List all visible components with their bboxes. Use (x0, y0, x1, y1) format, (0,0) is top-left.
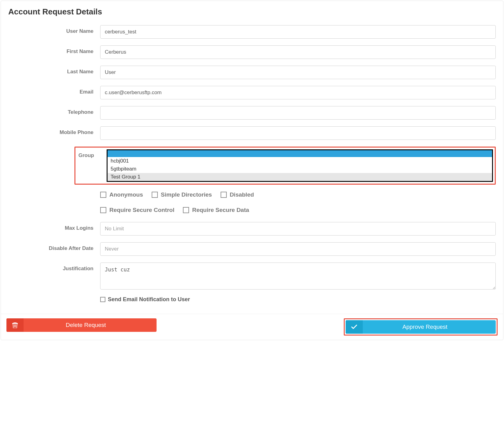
row-last-name: Last Name (8, 66, 496, 79)
group-highlight-annotation: Group hcbj001 5gtbpiteam Test Group 1 (74, 147, 496, 185)
page-title: Account Request Details (8, 7, 496, 17)
input-last-name[interactable] (100, 66, 496, 79)
checkbox-require-secure-control[interactable]: Require Secure Control (100, 207, 174, 213)
label-email: Email (8, 86, 100, 95)
group-option-hcbj001[interactable]: hcbj001 (108, 157, 492, 165)
row-user-name: User Name (8, 25, 496, 39)
label-last-name: Last Name (8, 66, 100, 75)
checkbox-disabled[interactable]: Disabled (221, 191, 254, 198)
check-icon (346, 320, 363, 334)
row-telephone: Telephone (8, 106, 496, 120)
input-max-logins[interactable] (100, 222, 496, 236)
label-max-logins: Max Logins (8, 222, 100, 231)
label-telephone: Telephone (8, 106, 100, 115)
label-disable-after-date: Disable After Date (8, 242, 100, 251)
checkbox-row-1: Anonymous Simple Directories Disabled (100, 191, 496, 198)
checkbox-require-secure-control-label: Require Secure Control (109, 207, 174, 213)
textarea-justification[interactable] (100, 263, 496, 290)
account-request-panel: Account Request Details User Name First … (1, 1, 503, 340)
checkbox-require-secure-data-label: Require Secure Data (192, 207, 249, 213)
checkbox-require-secure-data[interactable]: Require Secure Data (183, 207, 249, 213)
label-justification: Justification (8, 263, 100, 272)
checkbox-box-icon (183, 207, 189, 213)
label-mobile-phone: Mobile Phone (8, 126, 100, 136)
input-first-name[interactable] (100, 45, 496, 59)
input-telephone[interactable] (100, 106, 496, 120)
row-group: Group hcbj001 5gtbpiteam Test Group 1 (8, 147, 496, 185)
checkbox-box-icon (100, 297, 105, 302)
input-email[interactable] (100, 86, 496, 99)
trash-icon (6, 318, 24, 332)
row-first-name: First Name (8, 45, 496, 59)
checkbox-simple-directories-label: Simple Directories (161, 191, 212, 198)
row-email: Email (8, 86, 496, 99)
select-group[interactable]: hcbj001 5gtbpiteam Test Group 1 (107, 149, 493, 182)
delete-request-button[interactable]: Delete Request (6, 318, 157, 332)
approve-highlight-annotation: Approve Request (344, 318, 498, 336)
input-disable-after-date[interactable] (100, 242, 496, 256)
checkbox-row-2: Require Secure Control Require Secure Da… (100, 207, 496, 213)
checkbox-box-icon (221, 192, 227, 198)
group-option-5gtbpiteam[interactable]: 5gtbpiteam (108, 165, 492, 173)
label-first-name: First Name (8, 45, 100, 55)
label-user-name: User Name (8, 25, 100, 34)
input-mobile-phone[interactable] (100, 126, 496, 140)
checkbox-simple-directories[interactable]: Simple Directories (152, 191, 212, 198)
checkbox-send-email-notification-label: Send Email Notification to User (108, 296, 190, 303)
delete-request-label: Delete Request (24, 322, 157, 328)
approve-request-label: Approve Request (363, 324, 496, 330)
group-option-test-group-1[interactable]: Test Group 1 (108, 173, 492, 181)
checkbox-anonymous-label: Anonymous (109, 191, 143, 198)
label-group: Group (77, 149, 107, 182)
group-option-empty[interactable] (108, 150, 492, 157)
panel-footer: Delete Request Approve Request (1, 314, 503, 340)
checkbox-box-icon (100, 207, 106, 213)
checkbox-disabled-label: Disabled (230, 191, 254, 198)
checkbox-send-email-notification[interactable]: Send Email Notification to User (100, 296, 190, 303)
checkbox-box-icon (152, 192, 158, 198)
input-user-name[interactable] (100, 25, 496, 39)
row-disable-after-date: Disable After Date (8, 242, 496, 256)
row-max-logins: Max Logins (8, 222, 496, 236)
checkbox-box-icon (100, 192, 106, 198)
row-justification: Justification (8, 263, 496, 290)
checkbox-anonymous[interactable]: Anonymous (100, 191, 143, 198)
row-mobile-phone: Mobile Phone (8, 126, 496, 140)
approve-request-button[interactable]: Approve Request (346, 320, 496, 334)
panel-body: Account Request Details User Name First … (1, 1, 503, 314)
row-notify: Send Email Notification to User (100, 296, 496, 303)
